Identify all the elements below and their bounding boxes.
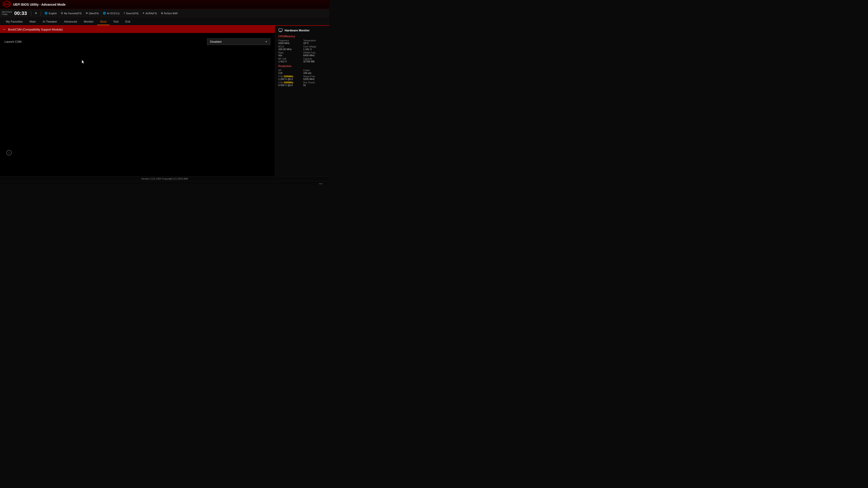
- hw-frequency: Frequency 4300 MHz: [278, 39, 301, 44]
- qfan-button[interactable]: ⚙ Qfan(F6): [84, 11, 100, 15]
- my-favorite-button[interactable]: ☰ My Favorite(F3): [59, 11, 83, 15]
- ai-oc-button[interactable]: 🌐 AI OC(F11): [101, 11, 121, 15]
- settings-button[interactable]: ⚙: [33, 11, 38, 15]
- globe-icon: 🌐: [44, 12, 48, 15]
- hw-capacity: Capacity 32768 MB: [303, 58, 326, 63]
- info-icon: i: [6, 150, 12, 156]
- hardware-monitor-title: Hardware Monitor: [278, 28, 326, 33]
- resize-bar-label: ReSize BAR: [164, 12, 178, 15]
- divider-1: [31, 11, 31, 16]
- day-display: Friday: [2, 13, 7, 15]
- launch-csm-row: Launch CSM Disabled ▼: [4, 37, 270, 47]
- gear-icon: ⚙: [35, 12, 37, 15]
- ai-oc-icon: 🌐: [103, 12, 106, 15]
- rog-logo: ROG: [3, 0, 11, 8]
- footer: Q-Dashboard(Insert) | Last Modified | Ez…: [0, 181, 329, 184]
- header: ROG UEFI BIOS Utility - Advanced Mode: [0, 0, 329, 9]
- favorite-icon: ☰: [61, 12, 63, 15]
- toolbar-left: 09/27/2024 Friday 00:33: [2, 10, 29, 16]
- nav-ai-tweaker[interactable]: Ai Tweaker: [39, 19, 60, 25]
- datetime: 09/27/2024 Friday: [2, 11, 12, 15]
- hw-v-5205-label: V for 5205MHz 1.260 V @L5: [278, 75, 301, 80]
- app-title: UEFI BIOS Utility - Advanced Mode: [13, 3, 66, 6]
- q-dashboard-label: Q-Dashboard(Insert): [232, 184, 255, 185]
- svg-rect-16: [279, 29, 282, 31]
- launch-csm-label: Launch CSM: [4, 40, 22, 43]
- v-for-5205-row: V for 5205MHz 1.260 V @L5 Heavy Freq 520…: [278, 75, 326, 80]
- favorite-label: My Favorite(F3): [64, 12, 82, 15]
- launch-csm-value: Disabled: [210, 40, 221, 43]
- nav-boot[interactable]: Boot: [97, 19, 110, 25]
- nav-menu: My Favorites Main Ai Tweaker Advanced Mo…: [0, 18, 329, 26]
- qfan-label: Qfan(F6): [89, 12, 99, 15]
- monitor-icon: [278, 28, 283, 33]
- hw-v-4300-label: V for 4300MHz 0.930 V @L5: [278, 81, 301, 87]
- aura-label: AURA(F4): [145, 12, 157, 15]
- last-modified-button[interactable]: Last Modified: [259, 184, 280, 185]
- nav-monitor[interactable]: Monitor: [81, 19, 97, 25]
- hw-temperature: Temperature 33°C: [303, 39, 326, 44]
- version-text: Version 2.22.1284 Copyright (C) 2024 AMI: [141, 177, 188, 180]
- cpu-memory-title: CPU/Memory: [278, 35, 326, 38]
- nav-tool[interactable]: Tool: [110, 19, 122, 25]
- search-icon: ?: [124, 12, 125, 15]
- hw-core-voltage: Core Voltage 1.341 V: [303, 45, 326, 51]
- svg-text:ROG: ROG: [4, 3, 9, 6]
- hw-bclk: BCLK 100.00 MHz: [278, 45, 301, 51]
- hot-keys-icon: ?: [319, 184, 322, 184]
- cpu-memory-grid: Frequency 4300 MHz Temperature 33°C BCLK…: [278, 39, 326, 63]
- ez-mode-label: EzMode(F7): [284, 184, 298, 185]
- breadcrumb-text: Boot\CSM (Compatibility Support Module): [8, 28, 63, 31]
- info-area: i: [3, 147, 16, 158]
- nav-my-favorites[interactable]: My Favorites: [3, 19, 26, 25]
- aura-icon: ✦: [143, 12, 145, 15]
- toolbar: 09/27/2024 Friday 00:33 ⚙ 🌐 English ☰ My…: [0, 9, 329, 18]
- back-arrow[interactable]: ←: [3, 27, 6, 31]
- prediction-grid: SP 119 Cooler 166 pts: [278, 69, 326, 74]
- aura-button[interactable]: ✦ AURA(F4): [141, 11, 158, 15]
- prediction-title: Prediction: [278, 65, 326, 68]
- hardware-monitor-panel: Hardware Monitor CPU/Memory Frequency 43…: [275, 26, 329, 176]
- nav-main[interactable]: Main: [26, 19, 39, 25]
- hw-ratio: Ratio 43x: [278, 52, 301, 57]
- search-button[interactable]: ? Search(F9): [122, 11, 140, 15]
- search-label: Search(F9): [126, 12, 138, 15]
- hw-dos-thresh: Dos Thresh 91: [303, 81, 326, 87]
- v-for-4300-row: V for 4300MHz 0.930 V @L5 Dos Thresh 91: [278, 81, 326, 87]
- main-panel: ← Boot\CSM (Compatibility Support Module…: [0, 26, 275, 176]
- nav-advanced[interactable]: Advanced: [61, 19, 80, 25]
- hw-dram-freq: DRAM Freq. 6400 MHz: [303, 52, 326, 57]
- resize-bar-button[interactable]: ⊞ ReSize BAR: [160, 11, 179, 15]
- language-label: English: [49, 12, 57, 15]
- hw-cooler: Cooler 166 pts: [303, 69, 326, 74]
- ez-mode-button[interactable]: EzMode(F7) ↦: [281, 184, 305, 184]
- hw-mc-volt: MC Volt. 1.412 V: [278, 58, 301, 63]
- ez-mode-icon: ↦: [299, 184, 301, 184]
- version-bar: Version 2.22.1284 Copyright (C) 2024 AMI: [0, 176, 329, 181]
- ai-oc-label: AI OC(F11): [107, 12, 120, 15]
- language-button[interactable]: 🌐 English: [43, 11, 58, 15]
- launch-csm-dropdown[interactable]: Disabled ▼: [207, 38, 270, 45]
- breadcrumb-bar: ← Boot\CSM (Compatibility Support Module…: [0, 26, 275, 33]
- nav-exit[interactable]: Exit: [122, 19, 133, 25]
- footer-wrapper: Version 2.22.1284 Copyright (C) 2024 AMI…: [0, 176, 329, 184]
- resize-bar-icon: ⊞: [161, 12, 163, 15]
- last-modified-label: Last Modified: [262, 184, 277, 185]
- hw-5205-highlight: 5205MHz: [284, 75, 293, 78]
- hot-keys-label: Hot Keys: [308, 184, 318, 185]
- hw-heavy-freq: Heavy Freq 5205 MHz: [303, 75, 326, 80]
- hw-sp: SP 119: [278, 69, 301, 74]
- settings-area: Launch CSM Disabled ▼: [0, 33, 275, 176]
- dropdown-arrow: ▼: [265, 40, 268, 43]
- qfan-icon: ⚙: [86, 12, 88, 15]
- hw-4300-highlight: 4300MHz: [284, 81, 293, 84]
- hot-keys-button[interactable]: Hot Keys ?: [305, 184, 326, 184]
- content-wrapper: ← Boot\CSM (Compatibility Support Module…: [0, 26, 329, 176]
- q-dashboard-button[interactable]: Q-Dashboard(Insert): [229, 184, 258, 185]
- time-display: 00:33: [14, 10, 27, 16]
